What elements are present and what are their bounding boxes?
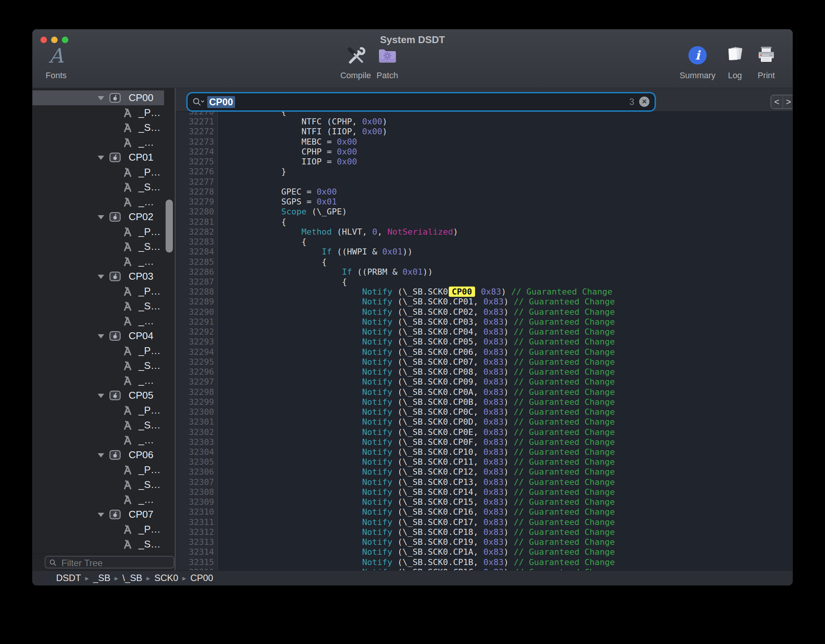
patch-button[interactable]: Patch — [364, 45, 410, 80]
code-line: 32305 Notify (\_SB.SCK0.CP11, 0x83) // G… — [176, 457, 793, 467]
disclosure-triangle-icon[interactable] — [97, 155, 105, 162]
tree-child-item[interactable]: _P… — [32, 224, 164, 239]
disclosure-triangle-icon[interactable] — [97, 393, 105, 400]
tree-item-cp04[interactable]: CP04 — [32, 328, 164, 343]
tree-child-item[interactable]: _… — [32, 135, 164, 150]
disclosure-triangle-icon[interactable] — [97, 214, 105, 222]
method-icon — [122, 107, 134, 119]
tree-item-cp06[interactable]: CP06 — [32, 448, 164, 462]
line-number: 32274 — [176, 147, 218, 157]
line-number: 32313 — [176, 537, 218, 547]
filter-strip: Filter Tree — [32, 554, 175, 570]
tree-child-item[interactable]: _P… — [32, 403, 164, 418]
line-number: 32277 — [176, 177, 218, 187]
tree-child-item[interactable]: _P… — [32, 284, 164, 299]
line-number: 32298 — [176, 387, 218, 397]
filter-placeholder-text: Filter Tree — [61, 558, 103, 568]
line-number: 32289 — [176, 297, 218, 307]
tree-child-label: _S… — [139, 300, 161, 312]
line-number: 32312 — [176, 527, 218, 537]
tree-item-cp02[interactable]: CP02 — [32, 209, 164, 224]
tree-child-item[interactable]: _P… — [32, 165, 164, 180]
sidebar: CP00_P…_S…_…CP01_P…_S…_…CP02_P…_S…_…CP03… — [32, 88, 175, 570]
disclosure-triangle-icon[interactable] — [97, 274, 105, 281]
tree-item-cp03[interactable]: CP03 — [32, 269, 164, 284]
device-icon — [109, 509, 121, 520]
code-line: 32303 Notify (\_SB.SCK0.CP0F, 0x83) // G… — [176, 437, 793, 447]
tree-child-item[interactable]: _P… — [32, 343, 164, 358]
filter-tree-input[interactable]: Filter Tree — [45, 556, 174, 568]
line-number: 32280 — [176, 207, 218, 217]
code-line: 32313 Notify (\_SB.SCK0.CP19, 0x83) // G… — [176, 537, 793, 547]
device-icon — [109, 390, 121, 401]
tree-child-item[interactable]: _S… — [32, 180, 164, 195]
find-input[interactable]: CP00 3 ✕ — [188, 94, 654, 110]
tree-child-label: _… — [139, 494, 154, 506]
tree-child-item[interactable]: _P… — [32, 105, 164, 120]
line-number: 32284 — [176, 247, 218, 257]
line-number: 32282 — [176, 227, 218, 237]
clear-search-icon[interactable]: ✕ — [639, 97, 649, 107]
method-icon — [122, 375, 134, 386]
disclosure-triangle-icon[interactable] — [97, 333, 105, 341]
code-line: 32288 Notify (\_SB.SCK0CP00 0x83) // Gua… — [176, 287, 793, 297]
line-number: 32303 — [176, 437, 218, 447]
tree-child-item[interactable]: _… — [32, 492, 164, 507]
tree-item-cp05[interactable]: CP05 — [32, 388, 164, 403]
line-number: 32314 — [176, 547, 218, 557]
code-line: 32307 Notify (\_SB.SCK0.CP13, 0x83) // G… — [176, 477, 793, 487]
fonts-label: Fonts — [33, 71, 79, 80]
tree-item-cp01[interactable]: CP01 — [32, 150, 164, 165]
summary-info-icon: i — [686, 45, 709, 67]
tree-child-item[interactable]: _S… — [32, 537, 164, 552]
line-number: 32301 — [176, 417, 218, 427]
code-editor[interactable]: 32270 {32271 NTFC (CPHP, 0x00)32272 NTFI… — [176, 112, 793, 570]
tree-child-item[interactable]: _S… — [32, 418, 164, 433]
breadcrumb-item[interactable]: SCK0 — [154, 573, 178, 583]
breadcrumb-item[interactable]: DSDT — [56, 573, 81, 583]
titlebar-toolbar: System DSDT A Fonts Compile — [32, 29, 793, 88]
tree-item-cp07[interactable]: CP07 — [32, 507, 164, 522]
line-number: 32278 — [176, 187, 218, 197]
find-next-button[interactable]: > — [783, 95, 793, 108]
tree-item-cp00[interactable]: CP00 — [32, 90, 164, 105]
tree-item-label: CP03 — [129, 270, 153, 282]
tree-child-item[interactable]: _… — [32, 314, 164, 328]
breadcrumb-item[interactable]: _SB — [93, 573, 110, 583]
app-window: System DSDT A Fonts Compile — [32, 29, 793, 586]
code-line: 32301 Notify (\_SB.SCK0.CP0D, 0x83) // G… — [176, 417, 793, 427]
tree-child-item[interactable]: _S… — [32, 358, 164, 373]
line-number: 32270 — [176, 112, 218, 117]
tree-child-item[interactable]: _S… — [32, 239, 164, 254]
line-number: 32294 — [176, 347, 218, 357]
breadcrumb-item[interactable]: \_SB — [122, 573, 142, 583]
tree-child-item[interactable]: _P… — [32, 522, 164, 537]
code-line: 32312 Notify (\_SB.SCK0.CP18, 0x83) // G… — [176, 527, 793, 537]
breadcrumb-item[interactable]: CP00 — [190, 573, 213, 583]
tree-child-item[interactable]: _S… — [32, 299, 164, 314]
disclosure-triangle-icon[interactable] — [97, 452, 105, 460]
line-number: 32316 — [176, 567, 218, 570]
method-icon — [122, 419, 134, 431]
code-line: 32270 { — [176, 112, 793, 117]
tree-child-item[interactable]: _S… — [32, 120, 164, 135]
sidebar-scrollbar[interactable] — [166, 200, 173, 253]
find-previous-button[interactable]: < — [771, 95, 783, 108]
code-line: 32304 Notify (\_SB.SCK0.CP10, 0x83) // G… — [176, 447, 793, 457]
print-button[interactable]: Print — [743, 45, 789, 80]
tree-child-item[interactable]: _… — [32, 254, 164, 269]
find-match-count: 3 — [629, 97, 634, 107]
tree-child-label: _… — [139, 196, 154, 208]
tree-child-item[interactable]: _S… — [32, 477, 164, 492]
fonts-button[interactable]: A Fonts — [33, 45, 79, 80]
disclosure-triangle-icon[interactable] — [97, 95, 105, 103]
device-icon — [109, 330, 121, 342]
method-icon — [122, 122, 134, 134]
tree-child-item[interactable]: _… — [32, 195, 164, 209]
find-bar: CP00 3 ✕ < > Done Replace — [176, 88, 793, 112]
tree-child-item[interactable]: _P… — [32, 462, 164, 477]
tree-child-item[interactable]: _… — [32, 433, 164, 448]
disclosure-triangle-icon[interactable] — [97, 512, 105, 519]
tree-child-item[interactable]: _… — [32, 373, 164, 388]
method-icon — [122, 538, 134, 550]
